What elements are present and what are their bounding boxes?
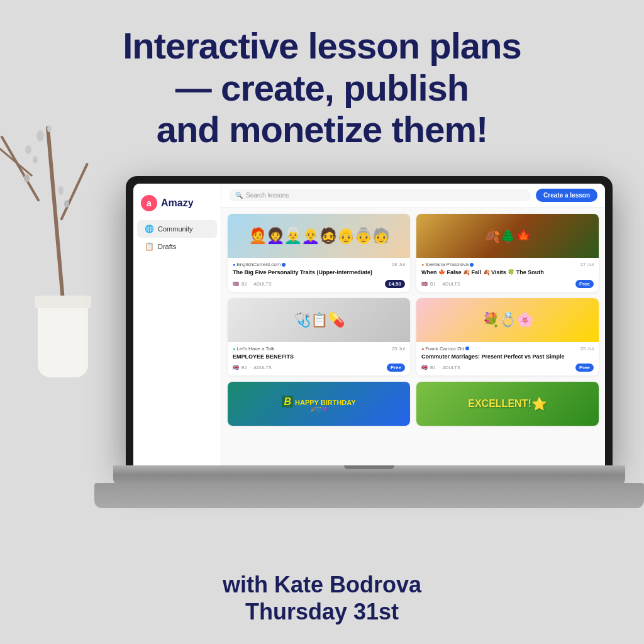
card-2-level: B1 <box>430 282 436 286</box>
app-ui: a Amazy 🌐 Community 📋 Drafts <box>133 184 605 465</box>
card-2-author: ● Svetlana Prasolova <box>421 262 474 267</box>
bud-6 <box>64 200 69 208</box>
footer-line1: with Kate Bodrova <box>0 571 644 598</box>
laptop-bottom <box>94 483 644 508</box>
card-4-author: ● Frank Carrizo Zitt <box>421 346 469 352</box>
headline: Interactive lesson plans — create, publi… <box>0 25 644 151</box>
card-4-meta: ● Frank Carrizo Zitt 25 Jul <box>421 346 594 352</box>
footer-line2: Thursday 31st <box>0 598 644 625</box>
card-3-image: 🩺📋💊 <box>228 298 410 342</box>
card-4-title: Commuter Marriages: Present Perfect vs P… <box>421 353 594 361</box>
sidebar-item-community[interactable]: 🌐 Community <box>137 220 217 238</box>
headline-text: Interactive lesson plans — create, publi… <box>50 25 594 151</box>
app-logo-icon: a <box>141 195 157 211</box>
card-4-flag: 🇬🇧 <box>421 365 428 370</box>
lesson-card-5[interactable]: B HAPPY BIRTHDAY 🎉🎊💜 <box>228 382 410 426</box>
search-icon: 🔍 <box>235 192 243 199</box>
verified-badge-1 <box>282 263 286 267</box>
card-1-title: The Big Five Personality Traits (Upper-I… <box>233 269 405 277</box>
search-placeholder-text: Search lessons <box>246 192 289 199</box>
card-4-date: 25 Jul <box>580 346 594 352</box>
card-1-image: 🧑‍🦰👩‍🦱👨‍🦳👩‍🦲🧔👴👵🧓 <box>228 214 410 258</box>
bottom-text: with Kate Bodrova Thursday 31st <box>0 571 644 625</box>
card-2-body: ● Svetlana Prasolova 27 Jul When 🍁 False… <box>416 258 599 292</box>
card-2-footer: 🇬🇧 B1 · ADULTS Free <box>421 280 594 288</box>
card-2-date: 27 Jul <box>580 262 594 267</box>
card-1-flag: 🇬🇧 <box>233 281 239 287</box>
laptop-base <box>113 465 625 484</box>
main-content: 🔍 Search lessons Create a lesson 🧑‍🦰👩‍🦱👨… <box>221 184 605 465</box>
card-3-flag: 🇬🇧 <box>233 365 239 370</box>
lesson-card-6[interactable]: EXCELLENT! ⭐ <box>416 382 599 426</box>
card-1-price: £4.50 <box>385 280 405 288</box>
card-2-audience: ADULTS <box>442 282 460 286</box>
community-icon: 🌐 <box>145 225 154 233</box>
sidebar-item-drafts[interactable]: 📋 Drafts <box>137 238 217 255</box>
card-1-meta: ● EnglishCurrent.com 28 Jul <box>233 262 405 267</box>
sidebar-community-label: Community <box>158 225 193 233</box>
card-2-title: When 🍁 False 🍂 Fall 🍂 Visits 🍀 The South <box>421 269 594 277</box>
card-3-tags: 🇬🇧 B1 · ADULTS <box>233 365 272 370</box>
lesson-card-2[interactable]: 🍂🌲🍁 ● Svetlana Prasolova 27 Jul <box>416 214 599 292</box>
card-1-body: ● EnglishCurrent.com 28 Jul The Big Five… <box>228 258 410 292</box>
card-2-meta: ● Svetlana Prasolova 27 Jul <box>421 262 594 267</box>
card-2-tags: 🇬🇧 B1 · ADULTS <box>421 281 460 287</box>
sidebar: a Amazy 🌐 Community 📋 Drafts <box>133 184 221 465</box>
verified-badge-2 <box>470 263 474 267</box>
lesson-card-3[interactable]: 🩺📋💊 ● Let's Have a Talk 25 Jul <box>228 298 410 376</box>
verified-badge-4 <box>465 347 469 350</box>
card-2-price: Free <box>575 280 594 288</box>
card-1-author: ● EnglishCurrent.com <box>233 262 286 267</box>
card-4-body: ● Frank Carrizo Zitt 25 Jul Commuter Mar… <box>416 342 599 376</box>
bud-5 <box>58 186 64 195</box>
card-4-footer: 🇬🇧 B1 · ADULTS Free <box>421 364 594 372</box>
card-2-image: 🍂🌲🍁 <box>416 214 599 258</box>
laptop: a Amazy 🌐 Community 📋 Drafts <box>113 176 625 541</box>
card-4-tags: 🇬🇧 B1 · ADULTS <box>421 365 460 370</box>
card-3-date: 25 Jul <box>392 346 405 352</box>
card-1-footer: 🇬🇧 B2 · ADULTS £4.50 <box>233 280 405 288</box>
logo-area: a Amazy <box>133 190 221 220</box>
card-3-author: ● Let's Have a Talk <box>233 346 275 352</box>
sidebar-drafts-label: Drafts <box>158 243 176 250</box>
card-1-date: 28 Jul <box>392 262 405 267</box>
lesson-card-1[interactable]: 🧑‍🦰👩‍🦱👨‍🦳👩‍🦲🧔👴👵🧓 ● EnglishCurrent.com <box>228 214 410 292</box>
card-1-tags: 🇬🇧 B2 · ADULTS <box>233 281 272 287</box>
card-3-meta: ● Let's Have a Talk 25 Jul <box>233 346 405 352</box>
search-box[interactable]: 🔍 Search lessons <box>229 189 531 201</box>
create-lesson-button[interactable]: Create a lesson <box>536 189 597 202</box>
drafts-icon: 📋 <box>145 242 154 251</box>
card-3-body: ● Let's Have a Talk 25 Jul EMPLOYEE BENE… <box>228 342 410 376</box>
card-4-audience: ADULTS <box>442 365 460 370</box>
card-3-title: EMPLOYEE BENEFITS <box>233 353 405 361</box>
lesson-card-4[interactable]: 💐💍🌸 ● Frank Carrizo Zitt 25 Jul <box>416 298 599 376</box>
card-1-level: B2 <box>242 282 247 286</box>
card-3-level: B1 <box>242 365 247 370</box>
card-4-image: 💐💍🌸 <box>416 298 599 342</box>
card-1-audience: ADULTS <box>253 282 272 286</box>
top-bar: 🔍 Search lessons Create a lesson <box>221 184 605 208</box>
cards-grid: 🧑‍🦰👩‍🦱👨‍🦳👩‍🦲🧔👴👵🧓 ● EnglishCurrent.com <box>221 208 605 432</box>
card-3-audience: ADULTS <box>253 365 272 370</box>
laptop-screen-inner: a Amazy 🌐 Community 📋 Drafts <box>133 184 605 465</box>
bud-4 <box>24 174 30 182</box>
card-5-image: B HAPPY BIRTHDAY 🎉🎊💜 <box>228 382 410 426</box>
laptop-screen-outer: a Amazy 🌐 Community 📋 Drafts <box>126 176 613 465</box>
branch-right1 <box>60 163 89 221</box>
bud-3 <box>33 156 38 164</box>
app-logo-name: Amazy <box>161 197 194 209</box>
card-2-flag: 🇬🇧 <box>421 281 428 287</box>
card-3-footer: 🇬🇧 B1 · ADULTS Free <box>233 364 405 372</box>
card-3-price: Free <box>387 364 405 372</box>
card-4-price: Free <box>575 364 594 372</box>
vase <box>38 296 88 377</box>
card-6-image: EXCELLENT! ⭐ <box>416 382 599 426</box>
card-4-level: B1 <box>430 365 436 370</box>
